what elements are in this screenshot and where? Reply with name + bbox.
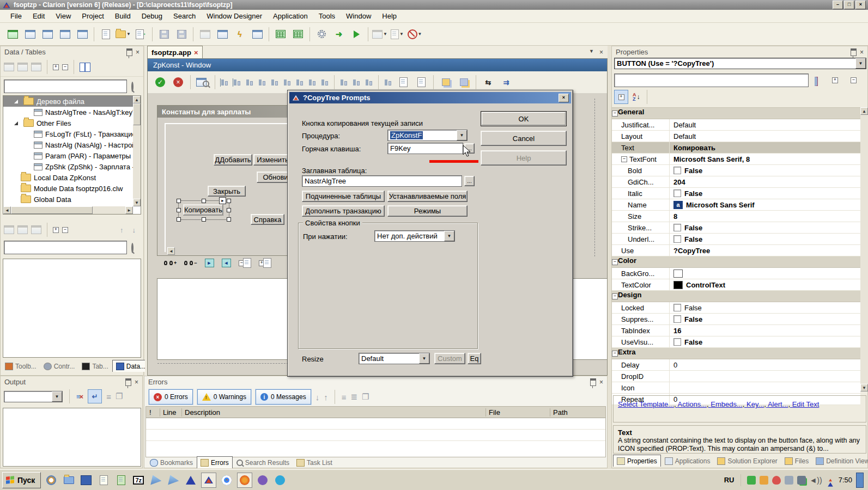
show-desktop-button[interactable]: [856, 473, 864, 488]
align-left-icon[interactable]: [232, 78, 242, 87]
save-icon[interactable]: [156, 26, 172, 42]
alphabetical-sort-icon[interactable]: AZ ↓: [633, 93, 640, 101]
tab-close-all-icon[interactable]: ×: [599, 48, 603, 56]
tab-applications[interactable]: Applications: [661, 455, 714, 467]
tree-item-fslogtr[interactable]: FsLogTr (FsLt) - Транзакцион: [3, 128, 133, 139]
clear-filter-icon[interactable]: [815, 77, 818, 85]
split-view-icon[interactable]: [80, 63, 90, 72]
tab-errors[interactable]: Errors: [197, 456, 233, 468]
head-table-input[interactable]: NastrAlgTree: [302, 175, 462, 187]
edit-column-icon[interactable]: [17, 225, 28, 234]
window-preview-icon[interactable]: [197, 26, 213, 42]
expand-page-icon[interactable]: +: [259, 258, 271, 268]
tab-order-dialog-icon[interactable]: [413, 74, 429, 90]
run-icon[interactable]: [348, 26, 365, 42]
tab-bookmarks[interactable]: Bookmarks: [147, 457, 196, 468]
data-grid-icon[interactable]: [272, 26, 289, 42]
scroll-up-icon[interactable]: ▲: [860, 107, 868, 115]
accept-icon[interactable]: ✓: [152, 74, 168, 90]
col-description[interactable]: Description: [182, 408, 486, 416]
close-panel-icon[interactable]: ×: [135, 379, 138, 385]
align-top-icon[interactable]: [257, 78, 268, 87]
menu-debug[interactable]: Debug: [137, 10, 167, 22]
property-textfont[interactable]: −TextFontMicrosoft Sans Serif, 8: [612, 154, 860, 165]
scroll-up-icon[interactable]: ▲: [133, 96, 141, 103]
selection-handle[interactable]: [227, 208, 231, 212]
expander-icon[interactable]: [14, 100, 18, 103]
category-general[interactable]: −General: [612, 108, 860, 119]
hotkey-input[interactable]: F9Key: [387, 143, 463, 154]
delete-column-icon[interactable]: [31, 225, 41, 234]
collapse-all-icon[interactable]: −: [62, 227, 68, 233]
close-button[interactable]: ×: [855, 1, 866, 9]
media-player-icon[interactable]: [44, 473, 58, 487]
selection-handle[interactable]: [227, 217, 231, 222]
close-panel-icon[interactable]: ×: [599, 379, 603, 385]
property-suppress[interactable]: Suppres...False: [612, 314, 860, 325]
tree-item-global-data[interactable]: Global Data: [3, 194, 133, 205]
center-vertical-icon[interactable]: [294, 78, 305, 87]
window-list-icon[interactable]: ▼: [372, 26, 388, 42]
selection-handle[interactable]: [227, 199, 231, 203]
checkbox-icon[interactable]: [673, 235, 681, 243]
checkbox-icon[interactable]: [673, 304, 681, 311]
head-table-browse-button[interactable]: ...: [464, 176, 475, 186]
search-icon[interactable]: [131, 244, 133, 252]
tray-shield-icon[interactable]: [772, 476, 781, 485]
close-panel-icon[interactable]: ×: [860, 50, 864, 55]
scroll-down-icon[interactable]: ▼: [860, 384, 868, 391]
grid-vscrollbar[interactable]: ▲ ▼: [860, 107, 868, 391]
menu-help[interactable]: Help: [377, 10, 402, 22]
add-transaction-button[interactable]: Дополнить транзакцию: [302, 205, 385, 217]
tab-properties[interactable]: Properties: [613, 455, 661, 467]
application-generator-icon[interactable]: [4, 26, 21, 42]
find-remove-icon[interactable]: −: [184, 260, 197, 266]
chrome-icon[interactable]: [220, 473, 234, 487]
tab-definition-view[interactable]: Definition View: [812, 455, 868, 467]
properties-filter-input[interactable]: [614, 74, 809, 87]
checkbox-icon[interactable]: [673, 315, 681, 323]
tree-item-zpshk[interactable]: ZpShk (ZpShk) - Зарплата - ц: [3, 161, 133, 172]
combo-dropdown-icon[interactable]: ▼: [419, 353, 429, 364]
menu-tools[interactable]: Tools: [314, 10, 340, 22]
pin-icon[interactable]: [125, 378, 131, 386]
tab-controls[interactable]: Contr...: [40, 360, 78, 372]
edit-table-icon[interactable]: [17, 63, 28, 71]
size-to-fit-icon[interactable]: [383, 78, 393, 87]
on-press-combobox[interactable]: Нет доп. действий ▼: [374, 230, 455, 242]
menu-file[interactable]: File: [5, 10, 27, 22]
menu-view[interactable]: View: [51, 10, 76, 22]
checkbox-icon[interactable]: [673, 189, 681, 197]
category-design[interactable]: −Design: [612, 291, 860, 302]
pin-icon[interactable]: [126, 48, 132, 56]
scroll-thumb[interactable]: [133, 103, 141, 125]
combo-dropdown-icon[interactable]: ▼: [444, 231, 454, 241]
set-fields-button[interactable]: Устанавливаемые поля: [387, 191, 468, 202]
custom-button[interactable]: Custom: [434, 353, 465, 364]
save-all-icon[interactable]: [173, 26, 190, 42]
minimize-button[interactable]: –: [833, 1, 843, 9]
start-button[interactable]: Пуск: [2, 472, 41, 488]
add-table-icon[interactable]: [4, 63, 14, 71]
tray-clarion-icon[interactable]: [828, 477, 833, 482]
property-layout[interactable]: LayoutDefault: [612, 131, 860, 142]
color-swatch[interactable]: [673, 281, 683, 289]
search-icon[interactable]: [131, 83, 133, 91]
sevenzip-icon[interactable]: 7z: [131, 473, 145, 487]
make-same-size-icon[interactable]: [338, 78, 349, 87]
scroll-right-icon[interactable]: ►: [125, 206, 133, 214]
property-size[interactable]: Size8: [612, 211, 860, 222]
preview-icon[interactable]: [195, 74, 211, 90]
align-bottom-icon[interactable]: [269, 78, 280, 87]
report-open-icon[interactable]: [74, 26, 90, 42]
same-height-icon[interactable]: [363, 78, 374, 87]
tree-item-module-data[interactable]: Module Data fsoptzp016.clw: [3, 183, 133, 194]
language-indicator[interactable]: RU: [724, 476, 735, 484]
window-source-icon[interactable]: [214, 26, 230, 42]
col-line[interactable]: Line: [160, 408, 182, 416]
tree-filter-input[interactable]: [4, 79, 127, 93]
color-swatch[interactable]: [673, 270, 683, 278]
cancel-icon[interactable]: ×: [170, 74, 186, 90]
category-extra[interactable]: −Extra: [612, 348, 860, 359]
tree-hscrollbar[interactable]: ◄ ►: [3, 206, 133, 214]
